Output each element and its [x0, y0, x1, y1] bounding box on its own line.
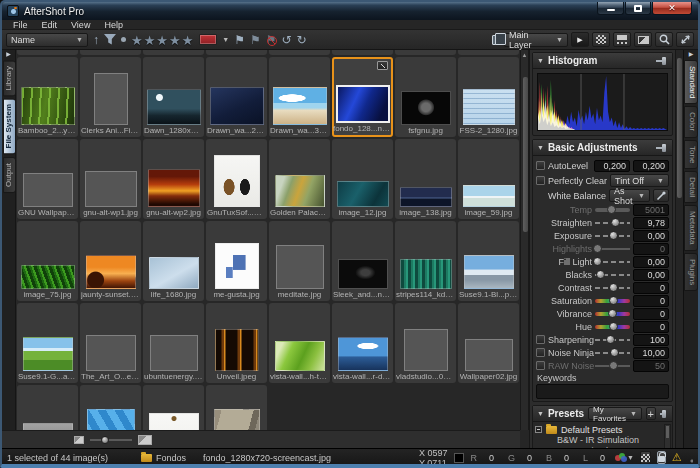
color-management-icon[interactable]	[615, 453, 621, 463]
sharpening-checkbox[interactable]	[536, 335, 545, 344]
blacks-slider[interactable]	[595, 270, 630, 279]
flag-checkered-icon[interactable]: ⚑	[250, 34, 261, 46]
temp-slider-thumb[interactable]	[607, 205, 616, 214]
collapse-expander-icon[interactable]	[535, 426, 542, 433]
slideshow-button[interactable]: ▶	[571, 32, 589, 47]
fill-light-slider-thumb[interactable]	[593, 257, 602, 266]
thumbnail-cell[interactable]	[206, 385, 267, 430]
histogram-header[interactable]: ▼ Histogram	[533, 53, 672, 69]
hue-slider[interactable]	[595, 322, 630, 331]
contrast-slider[interactable]	[595, 283, 630, 292]
thumbnail-cell[interactable]: Drawn_wa...332_.jpg	[269, 57, 330, 137]
thumbnail-cell[interactable]: me-gusta.jpg	[206, 221, 267, 301]
thumbnail-size-slider[interactable]	[90, 439, 132, 441]
lock-button[interactable]	[657, 451, 666, 464]
grid-scrollbar-thumb[interactable]	[523, 77, 528, 232]
highlights-slider[interactable]	[595, 244, 630, 253]
thumbnail-cell[interactable]: Clerks Ani...Figure.jpg	[80, 57, 141, 137]
exposure-slider-thumb[interactable]	[609, 231, 618, 240]
collapse-triangle-icon[interactable]: ▼	[537, 57, 544, 64]
raw-noise-value[interactable]: 50	[633, 360, 669, 372]
raw-noise-checkbox[interactable]	[536, 361, 545, 370]
autolevel-value-high[interactable]: 0,200	[633, 160, 669, 172]
highlights-value[interactable]: 0	[633, 243, 669, 255]
layers-icon[interactable]	[492, 35, 501, 45]
straighten-slider-thumb[interactable]	[611, 218, 620, 227]
rotate-right-icon[interactable]: ↻	[297, 34, 307, 46]
hue-value[interactable]: 0	[633, 321, 669, 333]
flag-reject-icon[interactable]: ⚑	[266, 34, 277, 46]
thumbnail-cell[interactable]: image_59.jpg	[458, 139, 519, 219]
thumbnail-cell[interactable]	[143, 385, 204, 430]
resize-grip[interactable]	[688, 453, 693, 463]
hue-slider-thumb[interactable]	[609, 322, 618, 331]
thumbnail-cell[interactable]: gnu-alt-wp1.jpg	[80, 139, 141, 219]
sort-ascending-icon[interactable]: ↑	[93, 34, 99, 46]
blacks-value[interactable]: 0,00	[633, 269, 669, 281]
thumbnail-cell[interactable]: vista-wall...r-dock.jpg	[332, 303, 393, 383]
warning-icon[interactable]: ⚠	[672, 452, 682, 463]
thumbnail-cell[interactable]: jaunty-sunset.jpg	[80, 221, 141, 301]
collapse-triangle-icon[interactable]: ▼	[537, 144, 544, 151]
menu-item-file[interactable]: File	[6, 20, 35, 30]
left-strip-collapse-icon[interactable]: ▶	[2, 50, 15, 59]
temp-value[interactable]: 5001	[633, 204, 669, 216]
noise-ninja-slider-thumb[interactable]	[610, 348, 619, 357]
sort-field-dropdown[interactable]: Name ▼	[6, 33, 88, 47]
star-icon[interactable]: ★	[169, 33, 182, 48]
thumbnail-cell[interactable]: ubuntuenergy.jpg	[143, 303, 204, 383]
thumbnail-cell[interactable]: image_12.jpg	[332, 139, 393, 219]
thumbnail-cell[interactable]: fondo_128...ncast.jpg	[332, 57, 393, 137]
tab-tone[interactable]: Tone	[684, 140, 698, 169]
tab-metadata[interactable]: Metadata	[684, 205, 698, 250]
thumbnail-cell[interactable]: fsfgnu.jpg	[395, 57, 456, 137]
thumbnail-cell[interactable]: vladstudio...0x1024.jpg	[395, 303, 456, 383]
vibrance-value[interactable]: 0	[633, 308, 669, 320]
add-preset-button[interactable]: +	[646, 407, 656, 420]
contrast-slider-thumb[interactable]	[609, 283, 618, 292]
sharpening-value[interactable]: 100	[633, 334, 669, 346]
size-slider-knob[interactable]	[101, 436, 109, 444]
tab-output[interactable]: Output	[3, 157, 16, 193]
exposure-value[interactable]: 0,00	[633, 230, 669, 242]
presets-favorites-dropdown[interactable]: My Favorites ▼	[588, 407, 642, 420]
maximize-button[interactable]	[625, 2, 651, 15]
thumbnail-cell[interactable]: Dawn_1280x960.jpg	[143, 57, 204, 137]
thumbnail-cell[interactable]: Unveil.jpeg	[206, 303, 267, 383]
view-thumbnails-button[interactable]	[592, 32, 610, 47]
thumbnail-cell[interactable]	[17, 385, 78, 430]
noise-ninja-checkbox[interactable]	[536, 348, 545, 357]
preset-item[interactable]: B&W - IR Simulation	[535, 435, 670, 446]
basic-adjustments-header[interactable]: ▼ Basic Adjustments	[533, 140, 672, 156]
view-image-button[interactable]	[634, 32, 652, 47]
sharpening-slider[interactable]	[595, 335, 630, 344]
layer-selector-dropdown[interactable]: Main Layer ▼	[504, 33, 568, 47]
thumbnail-cell[interactable]: Golden Palace.jpg	[269, 139, 330, 219]
thumbnail-cell[interactable]: image_138.jpg	[395, 139, 456, 219]
pin-icon[interactable]	[656, 144, 668, 152]
saturation-slider[interactable]	[595, 296, 630, 305]
thumbnail-cell[interactable]: life_1680.jpg	[143, 221, 204, 301]
thumbnail-cell[interactable]	[80, 385, 141, 430]
rotate-left-icon[interactable]: ↺	[282, 34, 292, 46]
thumbnail-cell[interactable]: Suse9.1-G...apers.jpg	[17, 303, 78, 383]
preset-item[interactable]: B&W - Simple	[535, 446, 670, 448]
thumbnail-cell[interactable]: stripes114_kde.jpg	[395, 221, 456, 301]
fill-light-value[interactable]: 0,00	[633, 256, 669, 268]
menu-item-help[interactable]: Help	[97, 20, 130, 30]
presets-scrollbar-thumb[interactable]	[666, 426, 669, 438]
menu-item-edit[interactable]: Edit	[35, 20, 65, 30]
noise-ninja-slider[interactable]	[595, 348, 630, 357]
flag-icon[interactable]: ⚑	[234, 34, 245, 46]
star-icon[interactable]: ★	[156, 33, 169, 48]
menu-item-view[interactable]: View	[64, 20, 97, 30]
tab-color[interactable]: Color	[684, 106, 698, 137]
thumbnail-cell[interactable]: vista-wall...h-tree.jpg	[269, 303, 330, 383]
blacks-slider-thumb[interactable]	[596, 270, 605, 279]
tab-file-system[interactable]: File System	[3, 98, 16, 154]
no-rating-dot-icon[interactable]	[121, 37, 126, 42]
saturation-value[interactable]: 0	[633, 295, 669, 307]
white-balance-dropdown[interactable]: As Shot ▼	[609, 189, 650, 202]
raw-noise-slider-thumb[interactable]	[609, 361, 618, 370]
scroll-up-arrow-icon[interactable]: ▲	[521, 50, 528, 60]
